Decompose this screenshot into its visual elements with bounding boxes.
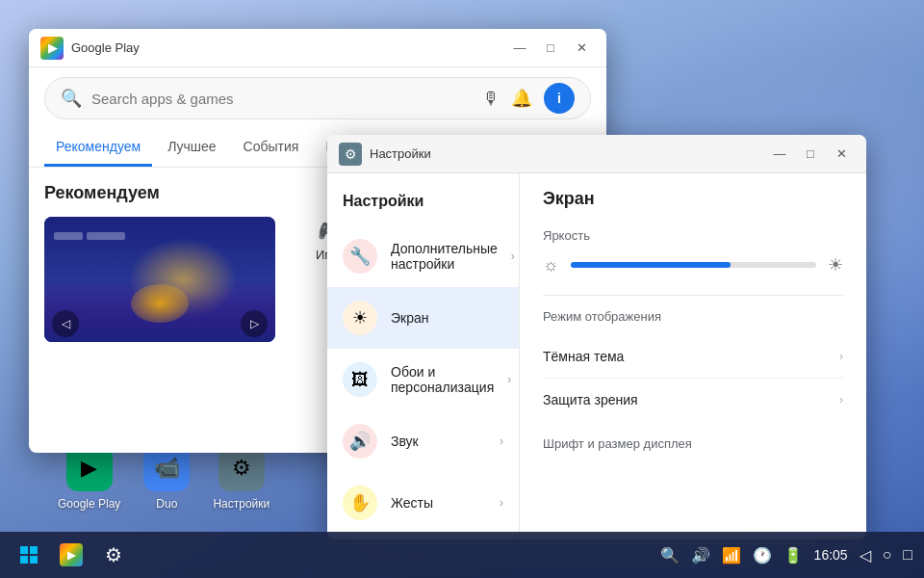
display-mode-section: Режим отображения Тёмная тема › Защита з…: [543, 309, 843, 421]
settings-right-title: Экран: [543, 189, 843, 209]
eye-protection-item[interactable]: Защита зрения ›: [543, 379, 843, 421]
gestures-label: Жесты: [391, 495, 486, 511]
settings-gear-icon: ⚙: [339, 143, 362, 166]
taskbar-gplay-icon: ▶: [60, 543, 83, 566]
brightness-high-icon: ☀: [828, 254, 843, 276]
game-scene-image: ◁ ▷: [44, 217, 275, 342]
settings-left-title: Настройки: [327, 181, 519, 225]
wallpaper-icon: 🖼: [343, 362, 377, 397]
eye-protection-label: Защита зрения: [543, 392, 638, 407]
desktop-icons-row: ▶ Google Play 📹 Duo ⚙ Настройки: [58, 445, 270, 511]
windows-icon: [19, 545, 38, 565]
settings-item-screen[interactable]: ☀ Экран: [327, 287, 519, 349]
taskbar-right: 🔍 🔊 📶 🕐 🔋 16:05 ◁ ○ □: [660, 546, 912, 565]
settings-title: Настройки: [370, 146, 431, 161]
settings-close-button[interactable]: ✕: [828, 141, 855, 168]
search-input[interactable]: [91, 91, 473, 107]
sound-label: Звук: [391, 434, 486, 449]
microphone-icon[interactable]: 🎙: [482, 89, 500, 109]
settings-body: Настройки 🔧 Дополнительные настройки › ☀…: [327, 173, 866, 539]
svg-rect-1: [30, 546, 38, 554]
wallpaper-label: Обои и персонализация: [391, 364, 494, 395]
taskbar-back-icon[interactable]: ◁: [860, 546, 871, 565]
additional-settings-arrow: ›: [511, 250, 515, 263]
settings-item-sound[interactable]: 🔊 Звук ›: [327, 410, 519, 472]
taskbar-battery-icon[interactable]: 🔋: [783, 546, 803, 565]
sound-icon: 🔊: [343, 424, 377, 459]
settings-minimize-button[interactable]: —: [766, 141, 793, 168]
svg-rect-2: [20, 556, 28, 564]
settings-item-gestures[interactable]: ✋ Жесты ›: [327, 472, 519, 534]
brightness-fill: [571, 262, 731, 268]
desktop-icon-settings[interactable]: ⚙ Настройки: [213, 445, 270, 511]
dark-theme-item[interactable]: Тёмная тема ›: [543, 335, 843, 379]
notification-icon[interactable]: 🔔: [511, 88, 532, 109]
brightness-row: ☼ ☀: [543, 254, 843, 276]
screen-label: Экран: [391, 310, 503, 326]
user-avatar[interactable]: i: [544, 83, 575, 114]
gplay-maximize-button[interactable]: □: [537, 35, 564, 62]
settings-item-wallpaper[interactable]: 🖼 Обои и персонализация ›: [327, 349, 519, 410]
taskbar-search-icon[interactable]: 🔍: [660, 546, 680, 565]
svg-rect-0: [20, 546, 28, 554]
tab-recommended[interactable]: Рекомендуем: [44, 129, 152, 167]
taskbar-recents-icon[interactable]: □: [903, 546, 912, 564]
gplay-minimize-button[interactable]: —: [506, 35, 533, 62]
wallpaper-arrow: ›: [507, 373, 511, 386]
svg-rect-3: [30, 556, 38, 564]
font-size-label: Шрифт и размер дисплея: [543, 429, 843, 451]
gplay-titlebar: ▶ Google Play — □ ✕: [29, 29, 606, 67]
tab-best[interactable]: Лучшее: [156, 129, 227, 167]
search-icon: 🔍: [61, 88, 82, 109]
desktop-icon-duo[interactable]: 📹 Duo: [143, 445, 190, 511]
additional-settings-label: Дополнительные настройки: [391, 241, 498, 272]
eye-protection-arrow: ›: [839, 393, 843, 407]
game-banner[interactable]: ◁ ▷: [44, 217, 275, 342]
taskbar-googleplay-button[interactable]: ▶: [54, 538, 89, 572]
settings-maximize-button[interactable]: □: [797, 141, 824, 168]
settings-left-panel: Настройки 🔧 Дополнительные настройки › ☀…: [327, 173, 520, 539]
settings-desktop-label: Настройки: [213, 497, 270, 511]
desktop-icon-googleplay[interactable]: ▶ Google Play: [58, 445, 120, 511]
googleplay-desktop-label: Google Play: [58, 497, 120, 511]
settings-right-panel: Экран Яркость ☼ ☀ Режим отображения Тёмн…: [520, 173, 866, 539]
additional-settings-icon: 🔧: [343, 239, 377, 274]
sound-arrow: ›: [500, 434, 503, 448]
gestures-arrow: ›: [500, 496, 503, 510]
brightness-slider[interactable]: [571, 262, 817, 268]
taskbar-wifi-icon[interactable]: 📶: [722, 546, 741, 565]
taskbar: ▶ ⚙ 🔍 🔊 📶 🕐 🔋 16:05 ◁ ○ □: [0, 532, 924, 578]
duo-desktop-label: Duo: [156, 497, 177, 511]
gplay-close-button[interactable]: ✕: [568, 35, 595, 62]
display-mode-label: Режим отображения: [543, 309, 843, 324]
gplay-title: Google Play: [71, 40, 140, 55]
tab-events[interactable]: События: [232, 129, 311, 167]
start-menu-button[interactable]: [12, 538, 46, 572]
taskbar-volume-icon[interactable]: 🔊: [691, 546, 710, 565]
taskbar-time: 16:05: [814, 547, 848, 563]
taskbar-settings-button[interactable]: ⚙: [96, 538, 131, 572]
settings-item-additional[interactable]: 🔧 Дополнительные настройки ›: [327, 225, 519, 287]
search-right-icons: 🎙 🔔 i: [482, 83, 575, 114]
settings-window: ⚙ Настройки — □ ✕ Настройки 🔧 Дополнител…: [327, 135, 866, 539]
settings-titlebar: ⚙ Настройки — □ ✕: [327, 135, 866, 173]
gplay-window-controls: — □ ✕: [506, 35, 595, 62]
search-bar[interactable]: 🔍 🎙 🔔 i: [44, 77, 591, 119]
taskbar-left: ▶ ⚙: [12, 538, 131, 572]
divider-1: [543, 295, 843, 296]
dark-theme-arrow: ›: [839, 350, 843, 363]
settings-window-controls: — □ ✕: [766, 141, 855, 168]
brightness-label: Яркость: [543, 228, 843, 243]
screen-icon: ☀: [343, 301, 377, 335]
gestures-icon: ✋: [343, 486, 377, 520]
taskbar-clock-icon[interactable]: 🕐: [753, 546, 772, 565]
taskbar-home-icon[interactable]: ○: [883, 546, 892, 564]
dark-theme-label: Тёмная тема: [543, 349, 624, 364]
google-play-logo: ▶: [40, 37, 64, 60]
taskbar-settings-icon: ⚙: [105, 543, 122, 566]
brightness-low-icon: ☼: [543, 255, 559, 276]
